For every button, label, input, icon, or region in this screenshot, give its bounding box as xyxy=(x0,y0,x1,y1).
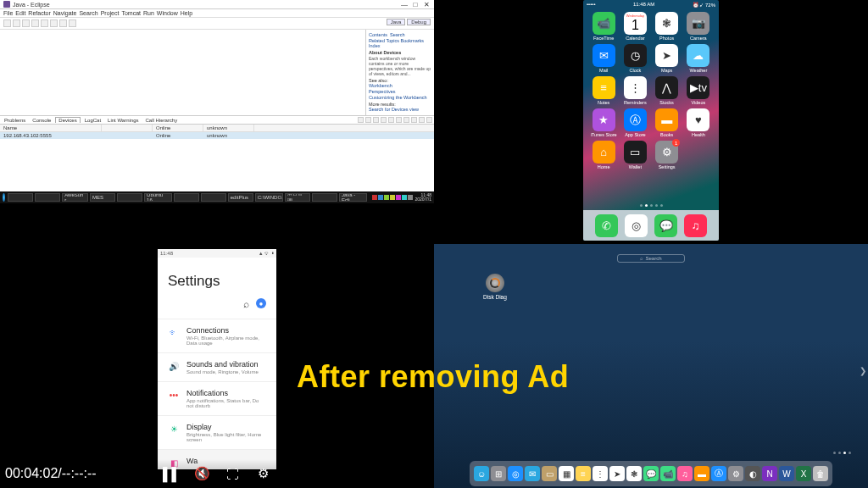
taskbar-item[interactable] xyxy=(312,193,337,202)
dock-safari-icon[interactable]: ◎ xyxy=(625,214,648,237)
app-health[interactable]: ♥Health xyxy=(684,108,713,137)
app-clock[interactable]: ◷Clock xyxy=(620,44,649,73)
fullscreen-icon[interactable]: ⛶ xyxy=(224,464,242,483)
app-facetime[interactable]: 📹FaceTime xyxy=(589,12,618,41)
help-item-link[interactable]: Workbench xyxy=(369,83,431,88)
taskbar-item[interactable] xyxy=(35,193,60,202)
toolbar-button[interactable] xyxy=(50,19,58,27)
settings-item-sounds[interactable]: 🔊Sounds and vibrationSound mode, Rington… xyxy=(158,352,276,381)
menu-tomcat[interactable]: Tomcat xyxy=(121,10,141,16)
dock-contacts-icon[interactable]: ▭ xyxy=(542,466,557,481)
help-search-link[interactable]: Search for Devices view xyxy=(369,107,431,112)
minimize-button[interactable]: ― xyxy=(400,1,409,8)
menu-help[interactable]: Help xyxy=(181,10,192,16)
menu-search[interactable]: Search xyxy=(79,10,97,16)
dock-facetime-icon[interactable]: 📹 xyxy=(660,466,676,481)
view-toolbar-button[interactable] xyxy=(426,117,432,123)
tab-call-hierarchy[interactable]: Call Hierarchy xyxy=(143,118,181,123)
dock-messages-icon[interactable]: 💬 xyxy=(643,466,659,481)
menu-project[interactable]: Project xyxy=(101,10,120,16)
menu-file[interactable]: File xyxy=(3,10,13,16)
page-dots[interactable] xyxy=(583,204,719,207)
dock-launchpad-icon[interactable]: ⊞ xyxy=(491,466,506,481)
toolbar-button[interactable] xyxy=(41,19,48,27)
dock-phone-icon[interactable]: ✆ xyxy=(595,214,618,237)
dock-excel-icon[interactable]: X xyxy=(796,466,811,481)
settings-item-connections[interactable]: ᯤConnectionsWi-Fi, Bluetooth, Airplane m… xyxy=(158,319,276,352)
help-item-link[interactable]: Perspectives xyxy=(369,89,431,94)
table-row[interactable]: 192.168.43.102:5555 Online unknown xyxy=(0,132,434,139)
next-page-arrow[interactable]: ❯ xyxy=(860,366,866,375)
settings-gear-icon[interactable]: ⚙ xyxy=(254,464,273,483)
taskbar-clock[interactable]: 11:48 2020/7/1 xyxy=(415,193,431,202)
help-item-link[interactable]: Customizing the Workbench xyxy=(369,95,431,100)
dock-mail-icon[interactable]: ✉ xyxy=(525,466,540,481)
app-app-store[interactable]: ⒶApp Store xyxy=(620,108,649,137)
dock-maps-icon[interactable]: ➤ xyxy=(609,466,625,481)
tab-console[interactable]: Console xyxy=(30,118,53,123)
tab-lint-warnings[interactable]: Lint Warnings xyxy=(105,118,141,123)
menu-refactor[interactable]: Refactor xyxy=(28,10,50,16)
app-photos[interactable]: ❃Photos xyxy=(653,12,682,41)
dock-safari-icon[interactable]: ◎ xyxy=(508,466,523,481)
search-icon[interactable]: ⌕ xyxy=(243,298,249,310)
view-toolbar-button[interactable] xyxy=(381,117,387,123)
taskbar-item[interactable]: AweSun r... xyxy=(62,193,88,202)
app-camera[interactable]: 📷Camera xyxy=(684,12,713,41)
help-contents-link[interactable]: Contents xyxy=(369,32,387,37)
toolbar-button[interactable] xyxy=(59,19,67,27)
app-wallet[interactable]: ▭Wallet xyxy=(620,141,649,169)
menu-run[interactable]: Run xyxy=(143,10,154,16)
mute-icon[interactable]: 🔇 xyxy=(193,464,212,483)
maximize-button[interactable]: □ xyxy=(411,1,420,8)
perspective-debug[interactable]: Debug xyxy=(407,19,431,25)
launchpad-search[interactable]: ⌕ Search xyxy=(617,254,685,263)
start-button[interactable] xyxy=(3,193,5,202)
dock-messages-icon[interactable]: 💬 xyxy=(654,214,677,237)
app-home[interactable]: ⌂Home xyxy=(589,141,618,169)
dock-reminders-icon[interactable]: ⋮ xyxy=(593,466,608,481)
dock-calendar-icon[interactable]: ▦ xyxy=(559,466,574,481)
toolbar-button[interactable] xyxy=(22,19,30,27)
toolbar-button[interactable] xyxy=(31,19,39,27)
dock-preferences-icon[interactable]: ⚙ xyxy=(728,466,743,481)
app-maps[interactable]: ➤Maps xyxy=(653,44,682,73)
taskbar-item[interactable] xyxy=(201,193,226,202)
page-dots[interactable] xyxy=(833,452,851,454)
dock-itunes-icon[interactable]: ♫ xyxy=(677,466,693,481)
settings-item-notifications[interactable]: •••NotificationsApp notifications, Statu… xyxy=(158,381,276,415)
taskbar-item[interactable]: editPlus xyxy=(228,193,253,202)
view-toolbar-button[interactable] xyxy=(419,117,425,123)
taskbar-item[interactable]: C:\WINDO... xyxy=(255,193,283,202)
close-button[interactable]: ✕ xyxy=(422,1,431,8)
tab-devices[interactable]: Devices xyxy=(55,117,80,123)
taskbar-item[interactable] xyxy=(117,193,142,202)
taskbar-item[interactable] xyxy=(8,193,33,202)
taskbar-item[interactable]: 后台管理... xyxy=(285,193,310,202)
editor-area[interactable] xyxy=(0,30,366,115)
view-toolbar-button[interactable] xyxy=(396,117,402,123)
help-bookmarks-link[interactable]: Bookmarks xyxy=(401,38,425,43)
help-search-link[interactable]: Search xyxy=(390,32,404,37)
dock-diskdiag-icon[interactable]: ◐ xyxy=(745,466,760,481)
pause-button[interactable]: ▌▌ xyxy=(163,464,181,483)
desktop-app[interactable]: Disk Diag xyxy=(483,274,507,300)
taskbar-item[interactable]: Ubuntu 16... xyxy=(144,193,172,202)
menu-navigate[interactable]: Navigate xyxy=(53,10,77,16)
dock-music-icon[interactable]: ♫ xyxy=(684,214,707,237)
view-toolbar-button[interactable] xyxy=(403,117,409,123)
dock-word-icon[interactable]: W xyxy=(779,466,794,481)
app-mail[interactable]: ✉Mail xyxy=(589,44,618,73)
view-toolbar-button[interactable] xyxy=(388,117,394,123)
app-stocks[interactable]: ⋀Stocks xyxy=(653,76,682,105)
app-settings[interactable]: ⚙1Settings xyxy=(653,141,682,169)
taskbar-item[interactable]: Java - Ecli... xyxy=(339,193,367,202)
dock-onenote-icon[interactable]: N xyxy=(762,466,777,481)
toolbar-button[interactable] xyxy=(13,19,20,27)
app-notes[interactable]: ≡Notes xyxy=(589,76,618,105)
dock-ibooks-icon[interactable]: ▬ xyxy=(694,466,709,481)
app-itunes-store[interactable]: ★iTunes Store xyxy=(589,108,618,137)
view-toolbar-button[interactable] xyxy=(365,117,371,123)
app-books[interactable]: ▬Books xyxy=(653,108,682,137)
menu-edit[interactable]: Edit xyxy=(15,10,25,16)
